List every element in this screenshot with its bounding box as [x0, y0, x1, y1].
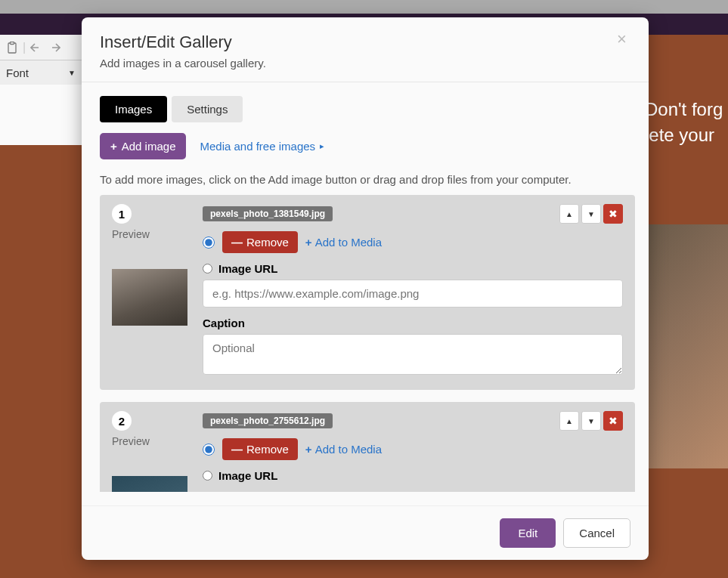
caption-label: Caption	[203, 317, 623, 329]
font-dropdown[interactable]: Font ▼	[0, 60, 82, 85]
add-to-media-label: Add to Media	[315, 443, 382, 456]
item-right-col: pexels_photo_1381549.jpg ▲ ▼ ✖ — Remove	[203, 204, 623, 378]
item-right-col: pexels_photo_2755612.jpg ▲ ▼ ✖ — Remove	[203, 411, 623, 492]
plus-icon: +	[110, 140, 117, 153]
edit-button[interactable]: Edit	[500, 518, 556, 548]
remove-upload-button[interactable]: — Remove	[222, 438, 298, 460]
caption-textarea[interactable]	[203, 334, 623, 375]
move-up-button[interactable]: ▲	[559, 204, 579, 224]
gallery-modal: Insert/Edit Gallery Add images in a caro…	[82, 17, 649, 560]
top-bar	[0, 0, 728, 14]
upload-source-row: — Remove + Add to Media	[203, 231, 623, 253]
redo-icon[interactable]	[47, 40, 62, 55]
add-to-media-link[interactable]: + Add to Media	[305, 236, 382, 249]
modal-body: Images Settings + Add image Media and fr…	[82, 82, 649, 505]
clipboard-icon[interactable]	[5, 40, 20, 55]
gallery-item: 1 Preview pexels_photo_1381549.jpg ▲ ▼ ✖	[100, 195, 635, 390]
caret-up-icon: ▲	[565, 210, 573, 218]
x-icon: ✖	[609, 415, 618, 427]
background-image-snippet	[649, 224, 728, 468]
tab-settings[interactable]: Settings	[172, 96, 243, 122]
caret-up-icon: ▲	[565, 417, 573, 425]
modal-header: Insert/Edit Gallery Add images in a caro…	[82, 17, 649, 82]
chevron-right-icon: ▸	[320, 141, 324, 151]
filename-badge: pexels_photo_1381549.jpg	[203, 206, 333, 221]
gallery-item: 2 Preview pexels_photo_2755612.jpg ▲ ▼ ✖	[100, 402, 635, 492]
item-left-col: 2 Preview	[112, 411, 187, 492]
move-up-button[interactable]: ▲	[559, 411, 579, 431]
remove-upload-button[interactable]: — Remove	[222, 231, 298, 253]
gallery-items-scroll[interactable]: 1 Preview pexels_photo_1381549.jpg ▲ ▼ ✖	[100, 195, 640, 492]
minus-icon: —	[231, 443, 243, 456]
add-row: + Add image Media and free images ▸	[100, 133, 630, 159]
image-url-label: Image URL	[218, 262, 277, 275]
tab-row: Images Settings	[100, 96, 630, 122]
background-text-snippet: Don't forg lete your	[645, 97, 728, 147]
upload-source-row: — Remove + Add to Media	[203, 438, 623, 460]
add-image-label: Add image	[122, 140, 176, 153]
close-icon[interactable]: ×	[617, 31, 632, 46]
media-link-label: Media and free images	[200, 140, 315, 153]
add-image-button[interactable]: + Add image	[100, 133, 186, 159]
svg-rect-1	[11, 42, 14, 44]
move-down-button[interactable]: ▼	[581, 411, 601, 431]
move-down-button[interactable]: ▼	[581, 204, 601, 224]
editor-toolbar: |	[0, 35, 82, 60]
caret-down-icon: ▼	[587, 210, 595, 218]
radio-uploaded[interactable]	[203, 444, 215, 456]
delete-item-button[interactable]: ✖	[603, 204, 623, 224]
editor-sidebar-preview	[0, 85, 82, 145]
item-number-badge: 2	[112, 411, 132, 431]
plus-icon: +	[305, 443, 312, 456]
undo-icon[interactable]	[29, 40, 44, 55]
modal-title: Insert/Edit Gallery	[100, 32, 630, 52]
plus-icon: +	[305, 236, 312, 249]
add-to-media-link[interactable]: + Add to Media	[305, 443, 382, 456]
cancel-button[interactable]: Cancel	[563, 518, 630, 548]
media-free-images-link[interactable]: Media and free images ▸	[200, 140, 324, 153]
item-left-col: 1 Preview	[112, 204, 187, 378]
image-url-input[interactable]	[203, 280, 623, 308]
url-source-row: Image URL	[203, 262, 623, 275]
help-text: To add more images, click on the Add ima…	[100, 173, 630, 186]
filename-badge: pexels_photo_2755612.jpg	[203, 413, 333, 428]
radio-image-url[interactable]	[203, 471, 212, 481]
preview-label: Preview	[112, 228, 187, 240]
item-controls: ▲ ▼ ✖	[559, 411, 623, 431]
url-source-row: Image URL	[203, 469, 623, 482]
x-icon: ✖	[609, 208, 618, 220]
delete-item-button[interactable]: ✖	[603, 411, 623, 431]
radio-uploaded[interactable]	[203, 236, 215, 249]
caret-down-icon: ▼	[587, 417, 595, 425]
filename-row: pexels_photo_1381549.jpg ▲ ▼ ✖	[203, 204, 623, 224]
add-to-media-label: Add to Media	[315, 236, 382, 249]
preview-label: Preview	[112, 435, 187, 447]
item-controls: ▲ ▼ ✖	[559, 204, 623, 224]
radio-image-url[interactable]	[203, 264, 212, 274]
filename-row: pexels_photo_2755612.jpg ▲ ▼ ✖	[203, 411, 623, 431]
thumbnail	[112, 476, 187, 492]
font-label: Font	[6, 66, 29, 79]
modal-footer: Edit Cancel	[82, 505, 649, 560]
image-url-label: Image URL	[218, 469, 277, 482]
chevron-down-icon: ▼	[68, 69, 76, 77]
item-number-badge: 1	[112, 204, 132, 224]
minus-icon: —	[231, 236, 243, 249]
modal-subtitle: Add images in a carousel gallery.	[100, 57, 630, 70]
tab-images[interactable]: Images	[100, 96, 167, 122]
thumbnail	[112, 269, 187, 326]
remove-label: Remove	[246, 236, 289, 249]
remove-label: Remove	[246, 443, 289, 456]
